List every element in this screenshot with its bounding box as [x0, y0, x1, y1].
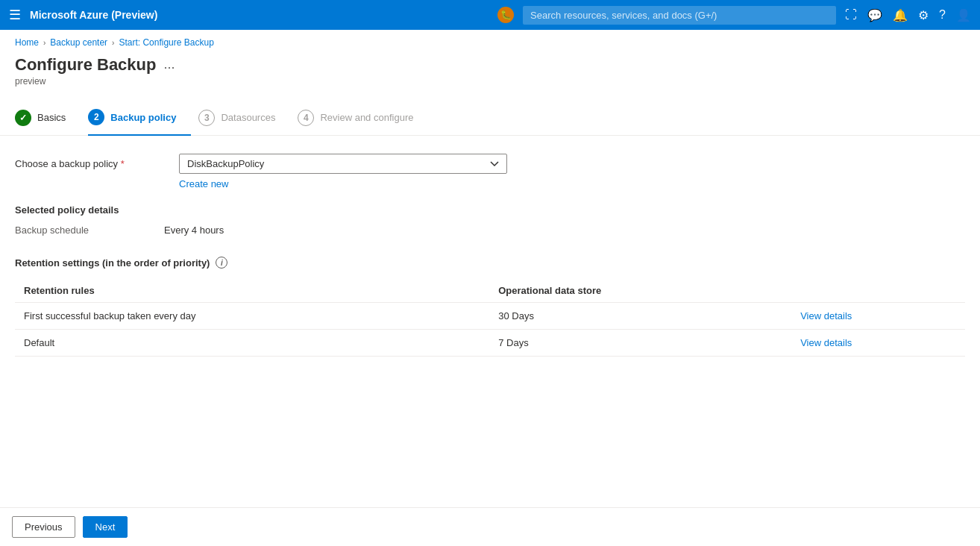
page-header: Configure Backup preview ···	[0, 55, 980, 94]
retention-rule-1: First successful backup taken every day	[15, 303, 489, 330]
bug-icon[interactable]: 🐛	[497, 7, 514, 23]
screen-icon[interactable]: ⛶	[845, 8, 857, 22]
backup-schedule-label: Backup schedule	[15, 225, 164, 236]
step-1-label: Basics	[37, 112, 66, 123]
topbar: ☰ Microsoft Azure (Preview) 🐛 ⛶ 💬 🔔 ⚙ ? …	[0, 0, 980, 30]
backup-schedule-value: Every 4 hours	[164, 225, 224, 236]
retention-title-row: Retention settings (in the order of prio…	[15, 257, 965, 269]
retention-store-1: 30 Days	[489, 303, 791, 330]
breadcrumb-sep-2: ›	[112, 39, 114, 47]
breadcrumb-sep-1: ›	[43, 39, 45, 47]
help-icon[interactable]: ?	[939, 8, 946, 22]
page-menu-icon[interactable]: ···	[163, 60, 175, 75]
retention-table: Retention rules Operational data store F…	[15, 279, 965, 357]
backup-policy-row: Choose a backup policy * DiskBackupPolic…	[15, 154, 965, 189]
breadcrumb-backup-center[interactable]: Backup center	[50, 37, 107, 48]
col-retention-rules: Retention rules	[15, 279, 489, 303]
step-datasources[interactable]: 3 Datasources	[198, 102, 290, 135]
backup-policy-label: Choose a backup policy *	[15, 154, 164, 169]
retention-rule-2: Default	[15, 330, 489, 357]
view-details-link-1[interactable]: View details	[800, 310, 852, 321]
info-icon[interactable]: i	[216, 257, 227, 269]
col-operational-store: Operational data store	[489, 279, 791, 303]
page-title: Configure Backup	[15, 55, 156, 75]
topbar-icons: ⛶ 💬 🔔 ⚙ ? 👤	[845, 8, 971, 22]
bell-icon[interactable]: 🔔	[893, 8, 908, 22]
breadcrumb-configure[interactable]: Start: Configure Backup	[119, 37, 213, 48]
required-indicator: *	[121, 158, 125, 169]
policy-schedule-row: Backup schedule Every 4 hours	[15, 225, 965, 236]
step-2-label: Backup policy	[110, 112, 176, 123]
table-row: Default 7 Days View details	[15, 330, 965, 357]
breadcrumb: Home › Backup center › Start: Configure …	[0, 30, 980, 55]
step-1-circle: ✓	[15, 110, 31, 126]
hamburger-icon[interactable]: ☰	[9, 7, 21, 23]
table-header-row: Retention rules Operational data store	[15, 279, 965, 303]
app-title: Microsoft Azure (Preview)	[30, 9, 489, 21]
search-input[interactable]	[523, 6, 836, 25]
view-details-link-2[interactable]: View details	[800, 337, 852, 348]
retention-action-2: View details	[791, 330, 965, 357]
step-4-label: Review and configure	[320, 112, 413, 123]
backup-policy-dropdown[interactable]: DiskBackupPolicyDefaultPolicy	[179, 154, 507, 174]
main-content: Choose a backup policy * DiskBackupPolic…	[0, 136, 980, 374]
retention-title: Retention settings (in the order of prio…	[15, 257, 210, 269]
retention-store-2: 7 Days	[489, 330, 791, 357]
step-3-circle: 3	[198, 110, 215, 126]
step-4-circle: 4	[298, 110, 314, 126]
page-subtitle: preview	[15, 76, 156, 87]
create-new-link[interactable]: Create new	[179, 178, 507, 189]
step-review[interactable]: 4 Review and configure	[298, 102, 428, 135]
feedback-icon[interactable]: 💬	[867, 8, 882, 22]
col-actions	[791, 279, 965, 303]
backup-policy-control: DiskBackupPolicyDefaultPolicy Create new	[179, 154, 507, 189]
policy-details-title: Selected policy details	[15, 204, 965, 216]
step-basics[interactable]: ✓ Basics	[15, 102, 81, 135]
step-backup-policy[interactable]: 2 Backup policy	[88, 101, 191, 136]
step-2-circle: 2	[88, 109, 104, 125]
table-row: First successful backup taken every day …	[15, 303, 965, 330]
breadcrumb-home[interactable]: Home	[15, 37, 39, 48]
user-icon[interactable]: 👤	[956, 8, 971, 22]
settings-icon[interactable]: ⚙	[918, 8, 929, 22]
step-3-label: Datasources	[221, 112, 275, 123]
steps-bar: ✓ Basics 2 Backup policy 3 Datasources 4…	[0, 94, 980, 136]
retention-action-1: View details	[791, 303, 965, 330]
